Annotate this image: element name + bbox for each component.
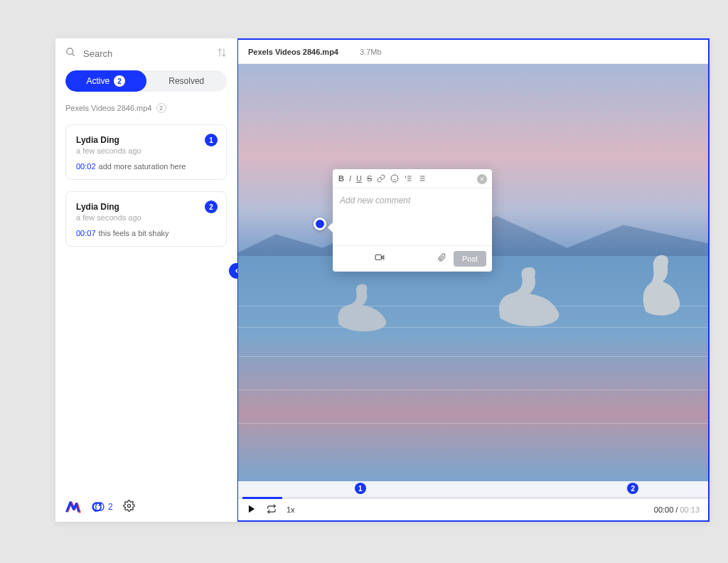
sidebar: Active 2 Resolved Pexels Videos 2846.mp4… [55, 38, 237, 522]
video-frame [238, 64, 708, 481]
file-name: Pexels Videos 2846.mp4 [248, 48, 338, 56]
file-size: 3.7Mb [360, 48, 382, 56]
attachment-icon[interactable] [438, 252, 446, 265]
camera-icon[interactable] [374, 252, 385, 265]
time-current: 00:00 [654, 505, 674, 514]
search-icon [65, 47, 76, 60]
player-controls: 1x 00:00 / 00:13 [238, 499, 708, 520]
comment-card[interactable]: Lydia Ding a few seconds ago 00:02add mo… [65, 124, 227, 180]
tab-active[interactable]: Active 2 [65, 70, 146, 92]
post-button[interactable]: Post [454, 251, 486, 267]
progress-fill [242, 497, 282, 499]
search-input[interactable] [83, 48, 210, 59]
tab-resolved[interactable]: Resolved [146, 70, 228, 92]
comment-text: this feels a bit shaky [99, 229, 169, 237]
comment-popover: B I U S Add new comment Post [333, 169, 492, 272]
sort-icon[interactable] [217, 48, 227, 60]
svg-marker-21 [249, 505, 255, 513]
comment-time: a few seconds ago [76, 146, 216, 155]
sidebar-footer: 2 [55, 492, 237, 522]
timeline-marker[interactable]: 1 [355, 483, 366, 494]
italic-button[interactable]: I [349, 174, 351, 183]
comment-author: Lydia Ding [76, 135, 216, 145]
video-viewer[interactable]: B I U S Add new comment Post [238, 64, 708, 481]
timeline-marker-bar[interactable]: 1 2 [238, 481, 708, 497]
brand-logo[interactable] [65, 499, 81, 515]
file-comment-count: 2 [156, 103, 166, 113]
time-display: 00:00 / 00:13 [654, 505, 700, 514]
svg-point-0 [67, 48, 73, 55]
timeline-marker[interactable]: 2 [627, 483, 638, 494]
time-total: 00:13 [680, 505, 700, 514]
comment-timestamp[interactable]: 00:02 [76, 162, 96, 171]
emoji-button[interactable] [390, 174, 399, 183]
popover-footer: Post [333, 245, 492, 272]
chat-button[interactable]: 2 [91, 501, 113, 513]
comment-body: 00:07this feels a bit shaky [76, 229, 216, 237]
underline-button[interactable]: U [356, 174, 362, 183]
speed-button[interactable]: 1x [287, 505, 295, 514]
file-group-header[interactable]: Pexels Videos 2846.mp4 2 [55, 99, 237, 119]
bold-button[interactable]: B [338, 174, 344, 183]
ordered-list-button[interactable] [404, 174, 412, 183]
tab-active-label: Active [86, 76, 109, 86]
svg-point-5 [391, 175, 398, 182]
unordered-list-button[interactable] [417, 174, 426, 183]
close-popover-button[interactable] [477, 174, 487, 184]
settings-button[interactable] [123, 500, 135, 515]
comment-time: a few seconds ago [76, 213, 216, 222]
svg-line-1 [72, 53, 74, 55]
svg-rect-19 [375, 255, 381, 260]
comment-number-badge: 2 [205, 200, 218, 213]
tab-resolved-label: Resolved [168, 76, 204, 86]
file-name: Pexels Videos 2846.mp4 [65, 104, 152, 112]
comment-author: Lydia Ding [76, 202, 216, 212]
top-bar: Pexels Videos 2846.mp4 3.7Mb [238, 40, 708, 64]
svg-point-4 [127, 504, 130, 507]
annotation-marker[interactable] [314, 218, 326, 230]
comment-card[interactable]: Lydia Ding a few seconds ago 00:07this f… [65, 191, 227, 247]
chat-count: 2 [108, 502, 113, 512]
loop-button[interactable] [267, 504, 277, 515]
comment-number-badge: 1 [205, 134, 218, 146]
main-panel: Pexels Videos 2846.mp4 3.7Mb B I U S [237, 38, 710, 522]
tab-active-count: 2 [114, 75, 125, 87]
comment-body: 00:02add more saturation here [76, 162, 216, 171]
comment-timestamp[interactable]: 00:07 [76, 229, 96, 237]
svg-point-2 [79, 511, 81, 513]
play-button[interactable] [247, 504, 257, 515]
search-row [55, 38, 237, 69]
strike-button[interactable]: S [367, 174, 372, 183]
editor-toolbar: B I U S [333, 169, 492, 188]
comment-text: add more saturation here [99, 162, 186, 171]
filter-tabs: Active 2 Resolved [65, 70, 227, 92]
app-window: Active 2 Resolved Pexels Videos 2846.mp4… [55, 38, 710, 522]
comment-textarea[interactable]: Add new comment [333, 188, 492, 245]
link-button[interactable] [377, 174, 385, 183]
progress-track[interactable] [238, 497, 708, 499]
